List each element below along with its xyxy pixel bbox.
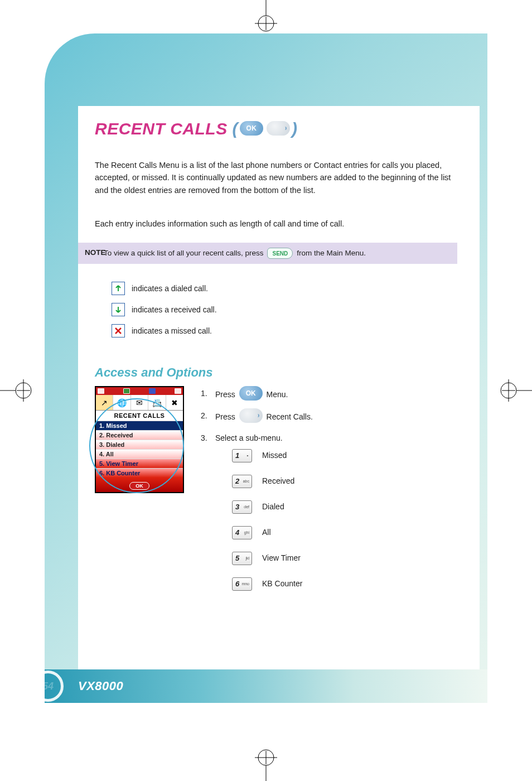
keypad-5-icon: 5jkl — [232, 552, 252, 565]
legend-row-missed: indicates a missed call. — [112, 324, 217, 338]
phone-menu-list: 1. Missed 2. Received 3. Dialed 4. All 5… — [96, 421, 183, 478]
sub-option-label: Dialed — [262, 501, 284, 513]
phone-menu-item: 3. Dialed — [96, 440, 183, 449]
keypad-1-icon: 1⚬ — [232, 449, 252, 462]
dialed-call-icon — [112, 282, 125, 295]
heading-paren-close: ) — [292, 119, 298, 138]
step-1: 1. Press Menu. — [201, 388, 457, 402]
section-heading: Access and Options — [95, 365, 213, 380]
heading-paren-open: ( — [233, 119, 239, 138]
sub-option-label: Missed — [262, 450, 287, 462]
blank-pill-icon — [239, 408, 263, 423]
legend-received-text: indicates a received call. — [132, 305, 217, 314]
phone-tab-mail-icon: ✉ — [131, 395, 148, 410]
ok-pill-icon — [240, 121, 263, 136]
step-number: 3. — [201, 432, 211, 445]
sub-option-label: View Timer — [262, 552, 301, 565]
step-1-text-after: Menu. — [267, 390, 288, 399]
legend-row-dialed: indicates a dialed call. — [112, 282, 217, 295]
intro-paragraph: The Recent Calls Menu is a list of the l… — [95, 159, 463, 196]
keypad-4-icon: 4ghi — [232, 526, 252, 539]
phone-tab-globe-icon: 🌐 — [113, 395, 130, 410]
step-number: 2. — [201, 410, 211, 422]
page-background: RECENT CALLS () The Recent Calls Menu is… — [45, 33, 487, 703]
note-text-after: from the Main Menu. — [297, 249, 366, 257]
model-label: VX8000 — [78, 679, 123, 693]
phone-tab-arrow-icon: ↗ — [96, 395, 113, 410]
icon-legend: indicates a dialed call. indicates a rec… — [112, 282, 217, 345]
step-3-text: Select a sub-menu. — [215, 432, 283, 445]
phone-tab-card-icon: 📇 — [148, 395, 166, 410]
phone-tab-tools-icon: ✖ — [166, 395, 183, 410]
note-text-before: To view a quick list of all your recent … — [104, 249, 265, 257]
note-box: NOTE To view a quick list of all your re… — [78, 243, 457, 264]
crop-mark-bottom — [233, 748, 299, 781]
page-number: 54 — [42, 681, 54, 692]
missed-call-icon — [112, 324, 125, 338]
legend-dialed-text: indicates a dialed call. — [132, 284, 208, 293]
step-2: 2. Press Recent Calls. — [201, 410, 457, 425]
note-label: NOTE — [85, 248, 106, 258]
phone-list-header: RECENT CALLS — [96, 411, 183, 421]
phone-tabs: ↗ 🌐 ✉ 📇 ✖ — [96, 395, 183, 411]
keypad-3-icon: 3def — [232, 500, 252, 514]
sub-option-label: Received — [262, 475, 294, 488]
received-call-icon — [112, 303, 125, 316]
phone-menu-item: 4. All — [96, 449, 183, 459]
legend-row-received: indicates a received call. — [112, 303, 217, 316]
ok-pill-icon — [239, 386, 263, 401]
sub-option: 1⚬ Missed — [232, 449, 457, 462]
step-3: 3. Select a sub-menu. — [201, 432, 457, 445]
sub-option: 6mno KB Counter — [232, 577, 457, 591]
sub-options-list: 1⚬ Missed 2abc Received 3def Dialed 4ghi… — [232, 449, 457, 591]
page-heading: RECENT CALLS () — [95, 119, 298, 138]
legend-missed-text: indicates a missed call. — [132, 326, 212, 335]
content-panel: RECENT CALLS () The Recent Calls Menu is… — [78, 106, 480, 692]
keypad-6-icon: 6mno — [232, 577, 252, 591]
page-footer: 54 VX8000 — [45, 669, 487, 703]
phone-menu-item: 6. KB Counter — [96, 468, 183, 478]
sub-option: 2abc Received — [232, 475, 457, 488]
blank-pill-icon — [267, 121, 290, 136]
sub-option-label: All — [262, 527, 271, 539]
sub-option: 5jkl View Timer — [232, 552, 457, 565]
phone-menu-item: 5. View Timer — [96, 459, 183, 468]
phone-menu-item: 2. Received — [96, 430, 183, 440]
phone-menu-item: 1. Missed — [96, 421, 183, 430]
crop-mark-right — [499, 357, 532, 424]
crop-mark-top — [233, 0, 299, 33]
sub-option: 3def Dialed — [232, 500, 457, 514]
heading-title: RECENT CALLS — [95, 119, 228, 138]
keypad-2-icon: 2abc — [232, 475, 252, 488]
sub-paragraph: Each entry includes information such as … — [95, 218, 463, 230]
step-2-text-before: Press — [215, 412, 238, 421]
phone-status-bar — [96, 387, 183, 395]
sub-option-label: KB Counter — [262, 578, 302, 590]
phone-softkey-bar: OK — [96, 478, 183, 492]
sub-option: 4ghi All — [232, 526, 457, 539]
crop-mark-left — [0, 357, 33, 424]
instructions: 1. Press Menu. 2. Press Recent Calls. 3.… — [201, 388, 457, 603]
step-1-text-before: Press — [215, 390, 238, 399]
phone-ok-softkey: OK — [129, 482, 149, 490]
phone-screenshot: ↗ 🌐 ✉ 📇 ✖ RECENT CALLS 1. Missed 2. Rece… — [95, 386, 187, 493]
step-number: 1. — [201, 388, 211, 400]
step-2-text-after: Recent Calls. — [267, 412, 313, 421]
send-button-icon: SEND — [267, 248, 293, 259]
